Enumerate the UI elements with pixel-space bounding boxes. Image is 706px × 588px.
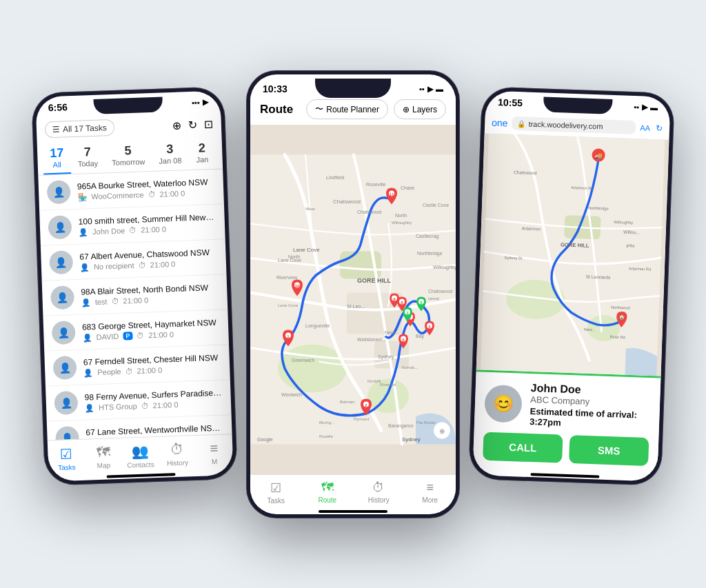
tab-jan08[interactable]: 3 Jan 08 <box>151 137 189 171</box>
task-info: 100 smith street, Summer Hill New Sou...… <box>78 212 216 236</box>
reload-icon[interactable]: ↻ <box>656 123 663 133</box>
task-item[interactable]: 👤 67 Ferndell Street, Chester Hill NSW 👤… <box>44 345 230 386</box>
task-info: 67 Ferndell Street, Chester Hill NSW 👤 P… <box>83 352 222 377</box>
bottom-nav-left: ☑ Tasks 🗺 Map 👥 Contacts ⏱ History <box>48 434 234 474</box>
nav-route-center[interactable]: 🗺 Route <box>302 480 354 505</box>
svg-text:Willoughby: Willoughby <box>392 221 412 225</box>
task-time: 21:00 0 <box>141 225 166 234</box>
battery-icon: ▬ <box>650 103 658 112</box>
nav-contacts[interactable]: 👥 Contacts <box>121 443 159 469</box>
driver-info: 😊 John Doe ABC Company Estimated time of… <box>484 381 651 431</box>
person-icon: 👤 <box>79 227 88 236</box>
scan-icon[interactable]: ⊡ <box>204 117 214 130</box>
svg-text:Greenwich: Greenwich <box>292 358 315 363</box>
filter-pill[interactable]: ☰ All 17 Tasks <box>45 119 115 139</box>
filter-icon: ☰ <box>52 125 60 134</box>
clock-icon: ⏱ <box>138 261 145 269</box>
more-icon: ≡ <box>426 480 434 495</box>
task-item[interactable]: 👤 98 Ferny Avenue, Surfers Paradise QLD.… <box>46 380 232 421</box>
wifi-icon: ▶ <box>642 103 647 112</box>
back-button[interactable]: one <box>492 117 508 129</box>
route-planner-button[interactable]: 〜 Route Planner <box>306 99 388 119</box>
clock-icon: ⏱ <box>129 226 137 234</box>
map-title: Route <box>260 103 293 116</box>
svg-text:Chatswood: Chatswood <box>514 170 537 175</box>
map-area-center[interactable]: Lane Cove North Riverview Lane Cove GORE… <box>250 125 456 474</box>
map-area-right[interactable]: Chatswood Artarmon GORE HILL St Leonards… <box>476 133 669 376</box>
url-bar[interactable]: 🔒 track.woodelivery.com <box>512 116 636 134</box>
nav-more-label: More <box>422 496 438 504</box>
task-item[interactable]: 👤 98A Blair Street, North Bondi NSW 👤 te… <box>42 274 228 316</box>
add-icon[interactable]: ⊕ <box>172 119 182 132</box>
layers-button[interactable]: ⊕ Layers <box>394 99 446 119</box>
svg-text:Bay: Bay <box>416 334 425 339</box>
nav-history[interactable]: ⏱ History <box>159 441 196 468</box>
task-item[interactable]: 👤 965A Bourke Street, Waterloo NSW 🏪 Woo… <box>38 169 224 210</box>
refresh-icon[interactable]: ↻ <box>188 118 198 131</box>
nav-history-center[interactable]: ⏱ History <box>353 480 405 505</box>
task-time: 21:00 0 <box>137 366 162 375</box>
tab-tomorrow-label: Tomorrow <box>112 157 145 167</box>
svg-text:Roseville: Roseville <box>366 182 386 187</box>
svg-text:Northbridge: Northbridge <box>588 206 609 211</box>
font-size-label[interactable]: AA <box>640 123 650 132</box>
nav-more[interactable]: ≡ M <box>195 440 233 467</box>
route-icon: 〜 <box>315 103 323 115</box>
task-time: 21:00 0 <box>159 189 185 198</box>
clock-icon: ⏱ <box>141 401 149 409</box>
sms-button[interactable]: SMS <box>569 435 649 466</box>
task-item[interactable]: 👤 100 smith street, Summer Hill New Sou.… <box>39 204 225 245</box>
avatar: 👤 <box>49 250 73 274</box>
nav-tasks[interactable]: ☑ Tasks <box>48 445 85 472</box>
nav-map[interactable]: 🗺 Map <box>85 444 123 471</box>
svg-text:St Leonards: St Leonards <box>585 274 611 280</box>
task-list: 👤 965A Bourke Street, Waterloo NSW 🏪 Woo… <box>38 169 232 440</box>
home-bar-left <box>107 473 176 478</box>
status-icons-left: ▪▪▪ ▶ <box>192 98 208 108</box>
avatar: 👤 <box>54 391 78 415</box>
tab-jan[interactable]: 2 Jan <box>188 136 216 170</box>
phone-right: 10:55 ▪▪ ▶ ▬ one 🔒 track.woodelivery.com <box>468 86 675 485</box>
layers-label: Layers <box>412 105 437 114</box>
home-bar-center <box>319 510 387 513</box>
task-info: 98A Blair Street, North Bondi NSW 👤 test… <box>81 282 219 307</box>
company-name: test <box>95 297 108 306</box>
notch-right <box>543 97 613 114</box>
svg-text:Sydney: Sydney <box>378 354 394 360</box>
svg-text:Sydney: Sydney <box>402 436 421 443</box>
tab-all-label: All <box>52 161 61 169</box>
svg-text:Northwood: Northwood <box>611 305 630 310</box>
svg-text:The Rocks: The Rocks <box>416 420 436 425</box>
task-time: 21:00 0 <box>123 296 148 305</box>
driver-details: John Doe ABC Company Estimated time of a… <box>530 382 651 431</box>
tab-tomorrow[interactable]: 5 Tomorrow <box>104 139 152 172</box>
task-item[interactable]: 👤 67 Albert Avenue, Chatswood NSW 👤 No r… <box>41 239 227 281</box>
svg-text:Lane Cove: Lane Cove <box>278 258 301 263</box>
company-name: John Doe <box>92 226 125 236</box>
svg-text:Longueville: Longueville <box>305 323 330 329</box>
time-center: 10:33 <box>263 83 288 94</box>
company-name: People <box>97 367 121 376</box>
nav-more-center[interactable]: ≡ More <box>405 480 456 505</box>
call-button[interactable]: CALL <box>483 432 563 463</box>
tab-today[interactable]: 7 Today <box>70 140 105 174</box>
person-icon: 👤 <box>85 403 94 412</box>
task-item[interactable]: 👤 683 George Street, Haymarket NSW 👤 DAV… <box>43 310 229 351</box>
nav-tasks-center[interactable]: ☑ Tasks <box>250 480 302 505</box>
avatar: 👤 <box>48 215 72 239</box>
lock-icon: 🔒 <box>517 120 525 128</box>
time-right: 10:55 <box>498 97 523 108</box>
svg-text:Chatswood: Chatswood <box>428 289 452 294</box>
nav-contacts-label: Contacts <box>127 460 154 469</box>
svg-text:Google: Google <box>257 437 273 443</box>
svg-text:Lane Cove: Lane Cove <box>278 303 299 307</box>
driver-photo: 😊 <box>484 384 523 423</box>
svg-text:Lane Cove: Lane Cove <box>293 247 320 253</box>
tab-all[interactable]: 17 All <box>43 141 72 174</box>
home-bar-right <box>530 473 599 478</box>
tab-tomorrow-num: 5 <box>124 143 132 158</box>
svg-text:⊕: ⊕ <box>439 427 445 435</box>
svg-text:Chase: Chase <box>401 185 414 190</box>
battery-icon: ▬ <box>436 85 443 93</box>
map-svg-right: Chatswood Artarmon GORE HILL St Leonards… <box>476 133 669 376</box>
